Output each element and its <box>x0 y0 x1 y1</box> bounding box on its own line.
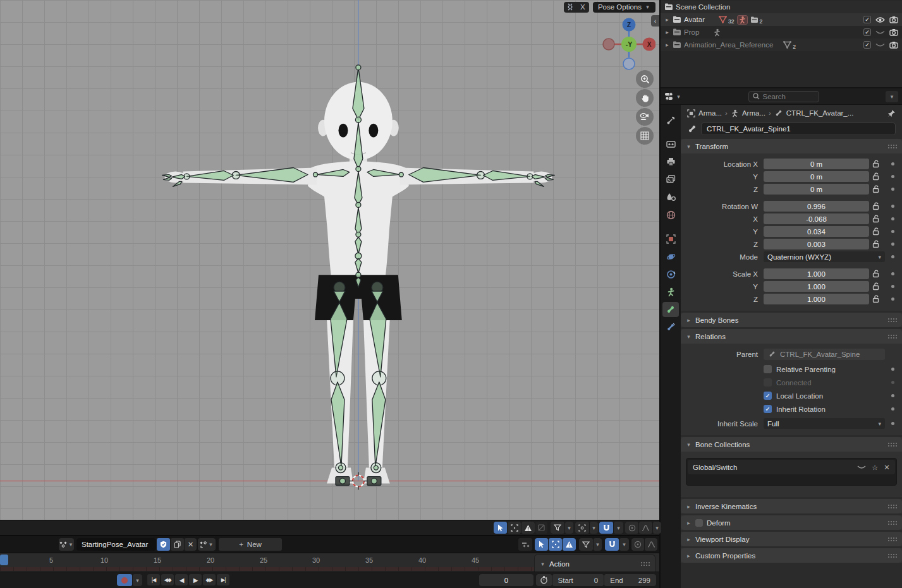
lock-open-icon[interactable] <box>872 160 880 168</box>
use-preview-range-toggle[interactable] <box>536 574 552 586</box>
new-action-copy-button[interactable] <box>171 538 184 551</box>
tab-world[interactable] <box>662 207 679 222</box>
action-name-field[interactable]: StartingPose_Avatar <box>76 538 156 551</box>
lock-open-icon[interactable] <box>872 240 880 248</box>
tab-object[interactable] <box>662 231 679 246</box>
lock-open-icon[interactable] <box>872 270 880 278</box>
snap-chevron-2[interactable]: ▾ <box>619 538 629 551</box>
parent-field[interactable]: CTRL_FK_Avatar_Spine <box>764 349 885 360</box>
properties-filter-chevron[interactable]: ▾ <box>886 91 898 102</box>
rotation-mode-dropdown[interactable]: Quaternion (WXYZ)▾ <box>764 251 885 262</box>
filter-button[interactable] <box>551 522 564 534</box>
scale-y-field[interactable]: 1.000 <box>764 281 869 292</box>
filter-chevron[interactable]: ▾ <box>565 522 573 534</box>
jump-to-start-button[interactable]: |◀ <box>147 574 160 585</box>
snap-chevron[interactable]: ▾ <box>614 522 623 534</box>
frame-end-field[interactable]: End299 <box>604 574 656 586</box>
rotation-z-field[interactable]: 0.003 <box>764 239 869 249</box>
x-axis-toggle[interactable]: X <box>576 2 589 13</box>
only-selected-toggle[interactable] <box>494 522 507 534</box>
local-location-checkbox[interactable]: ✓ <box>764 392 772 400</box>
expand-icon[interactable]: ▸ <box>664 29 670 35</box>
layered-anim-toggle[interactable] <box>518 538 532 551</box>
show-errors-toggle-2[interactable] <box>563 538 576 551</box>
panel-bendy-bones-header[interactable]: ▸ Bendy Bones <box>681 313 902 327</box>
filter-button-2[interactable] <box>579 538 593 551</box>
gizmo-neg-z[interactable] <box>623 58 635 69</box>
pose-options-dropdown[interactable]: Pose Options ▾ <box>593 2 655 13</box>
rotation-x-field[interactable]: -0.068 <box>764 213 869 224</box>
search-input[interactable]: Search <box>748 91 819 102</box>
panel-bone-collections-header[interactable]: ▾ Bone Collections <box>681 437 902 452</box>
scale-x-field[interactable]: 1.000 <box>764 268 869 279</box>
current-frame-field[interactable]: 0 <box>479 574 533 586</box>
remove-icon[interactable]: ✕ <box>884 463 890 472</box>
tab-output[interactable] <box>662 154 679 169</box>
action-panel-header[interactable]: ▾ Action <box>534 555 655 572</box>
panel-inverse-kinematics-header[interactable]: ▸ Inverse Kinematics <box>681 499 902 513</box>
auto-key-toggle[interactable] <box>117 574 132 586</box>
tab-tool[interactable] <box>662 112 679 128</box>
tab-scene[interactable] <box>662 189 679 205</box>
rotation-y-field[interactable]: 0.034 <box>764 226 869 237</box>
action-mode-dropdown[interactable]: ▾ <box>59 538 74 551</box>
gizmo-neg-x[interactable] <box>603 39 614 50</box>
show-hidden-toggle[interactable] <box>508 522 521 534</box>
unlink-action-button[interactable]: ✕ <box>185 538 197 551</box>
inherit-scale-dropdown[interactable]: Full▾ <box>764 418 885 429</box>
animate-decorator[interactable] <box>891 368 894 371</box>
relative-parenting-checkbox[interactable] <box>764 365 772 373</box>
navigation-gizmo[interactable]: Z X -Y <box>602 18 655 71</box>
expand-icon[interactable]: ▸ <box>664 16 670 23</box>
lock-open-icon[interactable] <box>872 185 880 193</box>
proportional-edit-toggle-2[interactable] <box>631 538 644 551</box>
panel-viewport-display-header[interactable]: ▸ Viewport Display <box>681 532 902 546</box>
auto-key-chevron[interactable]: ▾ <box>133 574 142 586</box>
outliner-row-scene-collection[interactable]: Scene Collection <box>661 1 902 13</box>
exclude-checkbox[interactable]: ✓ <box>863 41 871 49</box>
timeline-ruler[interactable]: 5 10 15 20 25 30 35 40 45 ▾ Action <box>0 553 659 572</box>
panel-relations-header[interactable]: ▾ Relations <box>681 329 902 344</box>
tab-bone[interactable] <box>662 302 679 317</box>
panel-custom-properties-header[interactable]: ▸ Custom Properties <box>681 548 902 563</box>
animate-decorator[interactable] <box>891 230 894 233</box>
proportional-edit-toggle[interactable] <box>625 522 638 534</box>
outliner-row-avatar[interactable]: ▸ Avatar 32 2 ✓ <box>661 13 902 26</box>
panel-deform-header[interactable]: ▸ Deform <box>681 515 902 530</box>
show-hidden-toggle-2[interactable] <box>549 538 562 551</box>
playhead[interactable] <box>0 555 8 565</box>
eye-closed-icon[interactable] <box>875 42 885 49</box>
panel-drag-handle[interactable] <box>887 520 897 525</box>
connected-checkbox[interactable] <box>764 378 772 387</box>
snap-target-button[interactable] <box>575 522 589 534</box>
bone-name-input[interactable]: CTRL_FK_Avatar_Spine1 <box>701 123 896 135</box>
panel-drag-handle[interactable] <box>887 334 897 339</box>
frame-start-field[interactable]: Start0 <box>552 574 604 586</box>
render-camera-icon[interactable] <box>889 28 898 36</box>
snap-target-chevron[interactable]: ▾ <box>590 522 598 534</box>
next-keyframe-button[interactable]: ◆▶ <box>203 574 216 585</box>
tab-object-constraints[interactable] <box>662 267 679 282</box>
inherit-rotation-checkbox[interactable]: ✓ <box>764 405 772 413</box>
falloff-button[interactable] <box>639 522 652 534</box>
keying-dropdown[interactable]: ▾ <box>198 538 216 551</box>
panel-drag-handle[interactable] <box>887 537 897 541</box>
ortho-toggle-button[interactable] <box>636 127 654 145</box>
play-button[interactable]: ▶ <box>189 574 202 585</box>
eye-closed-icon[interactable] <box>857 464 866 471</box>
expand-icon[interactable]: ▸ <box>664 42 670 48</box>
falloff-button-2[interactable] <box>645 538 657 551</box>
animate-decorator[interactable] <box>891 162 894 165</box>
mirror-snap-button[interactable] <box>564 2 576 13</box>
animate-decorator[interactable] <box>891 217 894 220</box>
animate-decorator[interactable] <box>891 175 894 178</box>
prev-keyframe-button[interactable]: ◀◆ <box>161 574 174 585</box>
breadcrumb-bone[interactable]: CTRL_FK_Avatar_... <box>786 109 854 117</box>
pan-button[interactable] <box>636 89 654 107</box>
location-y-field[interactable]: 0 m <box>764 171 869 182</box>
viewport-3d[interactable]: X Pose Options ▾ ‹ Z X -Y <box>0 0 659 520</box>
bone-collection-item[interactable]: Global/Switch ☆ ✕ <box>688 460 895 474</box>
snap-toggle[interactable] <box>599 522 613 534</box>
normalize-toggle[interactable] <box>535 522 547 534</box>
snap-toggle-2[interactable] <box>605 538 619 551</box>
